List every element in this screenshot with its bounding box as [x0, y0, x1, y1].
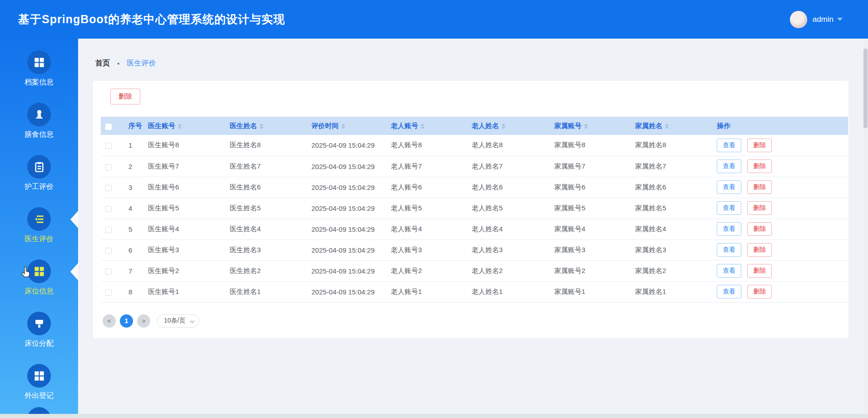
select-all-checkbox[interactable] [105, 124, 112, 130]
cell-elder-account: 老人账号1 [389, 281, 470, 302]
col-elder-account[interactable]: 老人账号 [389, 117, 470, 135]
table-body: 1 医生账号8 医生姓名8 2025-04-09 15:04:29 老人账号8 … [101, 135, 848, 302]
current-page-button[interactable]: 1 [120, 314, 133, 328]
cell-index: 8 [121, 281, 146, 302]
user-name: admin [813, 15, 833, 24]
cell-elder-account: 老人账号6 [389, 177, 470, 198]
row-delete-button[interactable]: 删除 [747, 243, 772, 257]
avatar[interactable] [790, 11, 807, 28]
user-menu[interactable]: admin [790, 11, 843, 28]
view-button[interactable]: 查看 [717, 201, 741, 215]
sort-caret-icon[interactable] [584, 124, 588, 129]
sidebar-item-label: 床位分配 [0, 339, 78, 348]
row-delete-button[interactable]: 删除 [747, 139, 772, 152]
row-checkbox[interactable] [105, 206, 112, 212]
cell-elder-name: 老人姓名3 [470, 239, 552, 260]
table-row: 1 医生账号8 医生姓名8 2025-04-09 15:04:29 老人账号8 … [101, 135, 848, 156]
cell-elder-name: 老人姓名6 [470, 177, 552, 198]
row-delete-button[interactable]: 删除 [747, 264, 772, 278]
view-button[interactable]: 查看 [717, 222, 741, 236]
cell-index: 5 [121, 219, 146, 239]
sort-caret-icon[interactable] [341, 124, 345, 129]
table-row: 2 医生账号7 医生姓名7 2025-04-09 15:04:29 老人账号7 … [101, 156, 848, 177]
row-checkbox[interactable] [105, 227, 112, 233]
sidebar-item-archive[interactable]: 档案信息 [0, 39, 78, 91]
cell-elder-account: 老人账号4 [389, 219, 470, 239]
view-button[interactable]: 查看 [717, 264, 741, 278]
cell-family-account: 家属账号5 [552, 198, 633, 219]
cell-elder-name: 老人姓名8 [470, 135, 552, 156]
prev-page-button[interactable]: < [103, 314, 116, 328]
col-review-time[interactable]: 评价时间 [310, 117, 389, 135]
row-delete-button[interactable]: 删除 [747, 159, 772, 173]
col-family-account[interactable]: 家属账号 [552, 117, 633, 135]
sort-caret-icon[interactable] [502, 124, 505, 129]
cell-elder-name: 老人姓名7 [470, 156, 552, 177]
sidebar-item-caregiver-review[interactable]: 护工评价 [0, 143, 78, 195]
sidebar-item-outing-register[interactable]: 外出登记 [0, 352, 78, 404]
cell-elder-account: 老人账号2 [389, 260, 470, 281]
vertical-scrollbar[interactable] [863, 40, 868, 413]
page-size-select[interactable]: 10条/页 [157, 314, 199, 328]
bulk-delete-button[interactable]: 删除 [110, 89, 140, 104]
sort-caret-icon[interactable] [178, 124, 182, 129]
row-delete-button[interactable]: 删除 [747, 180, 772, 194]
sidebar-item-bed-info[interactable]: 床位信息 [0, 248, 78, 300]
row-checkbox[interactable] [105, 143, 112, 149]
view-button[interactable]: 查看 [717, 243, 741, 257]
cell-family-account: 家属账号7 [552, 156, 633, 177]
breadcrumb-home[interactable]: 首页 [95, 59, 110, 68]
cell-doctor-account: 医生账号5 [146, 198, 228, 219]
cell-doctor-name: 医生姓名7 [228, 156, 310, 177]
cell-elder-name: 老人姓名2 [470, 260, 552, 281]
cell-review-time: 2025-04-09 15:04:29 [310, 260, 389, 281]
row-checkbox[interactable] [105, 269, 112, 275]
row-checkbox[interactable] [105, 164, 112, 170]
pagination: < 1 > 10条/页 [103, 314, 841, 328]
breadcrumb-separator: ● [117, 61, 119, 66]
col-elder-name[interactable]: 老人姓名 [470, 117, 552, 135]
clipboard-icon [27, 155, 51, 179]
col-doctor-name[interactable]: 医生姓名 [228, 117, 310, 135]
sidebar-item-meals[interactable]: 膳食信息 [0, 91, 78, 143]
row-checkbox[interactable] [105, 289, 112, 296]
breadcrumb: 首页 ● 医生评价 [95, 59, 868, 68]
view-button[interactable]: 查看 [717, 180, 741, 194]
vertical-scrollbar-thumb[interactable] [863, 49, 868, 128]
cell-review-time: 2025-04-09 15:04:29 [310, 156, 389, 177]
cell-family-name: 家属姓名4 [633, 219, 715, 239]
cell-elder-name: 老人姓名1 [470, 281, 552, 302]
view-button[interactable]: 查看 [717, 139, 741, 152]
sidebar-item-doctor-review[interactable]: 医生评价 [0, 195, 78, 248]
sidebar-item-bed-assign[interactable]: 床位分配 [0, 300, 78, 352]
col-actions: 操作 [715, 117, 848, 135]
active-item-arrow [70, 211, 78, 228]
view-button[interactable]: 查看 [717, 285, 741, 299]
col-doctor-account[interactable]: 医生账号 [146, 117, 228, 135]
cell-doctor-name: 医生姓名2 [228, 260, 310, 281]
row-delete-button[interactable]: 删除 [747, 201, 772, 215]
sidebar-item-label: 床位信息 [0, 287, 78, 296]
view-button[interactable]: 查看 [717, 159, 741, 173]
breadcrumb-current[interactable]: 医生评价 [127, 59, 156, 68]
next-page-button[interactable]: > [137, 314, 150, 328]
table-row: 5 医生账号4 医生姓名4 2025-04-09 15:04:29 老人账号4 … [101, 219, 848, 239]
sort-caret-icon[interactable] [665, 124, 669, 129]
cell-doctor-account: 医生账号6 [146, 177, 228, 198]
cell-index: 6 [121, 239, 146, 260]
cell-review-time: 2025-04-09 15:04:29 [310, 239, 389, 260]
row-delete-button[interactable]: 删除 [747, 285, 772, 299]
row-checkbox[interactable] [105, 185, 112, 191]
row-checkbox[interactable] [105, 248, 112, 254]
cell-elder-account: 老人账号3 [389, 239, 470, 260]
col-family-name[interactable]: 家属姓名 [633, 117, 715, 135]
cell-index: 4 [121, 198, 146, 219]
sort-caret-icon[interactable] [260, 124, 263, 129]
cell-family-account: 家属账号6 [552, 177, 633, 198]
sort-caret-icon[interactable] [421, 124, 424, 129]
cell-doctor-account: 医生账号2 [146, 260, 228, 281]
sidebar-item-label: 档案信息 [0, 78, 78, 87]
horizontal-scrollbar[interactable] [0, 414, 868, 418]
row-delete-button[interactable]: 删除 [747, 222, 772, 236]
cell-doctor-name: 医生姓名5 [228, 198, 310, 219]
